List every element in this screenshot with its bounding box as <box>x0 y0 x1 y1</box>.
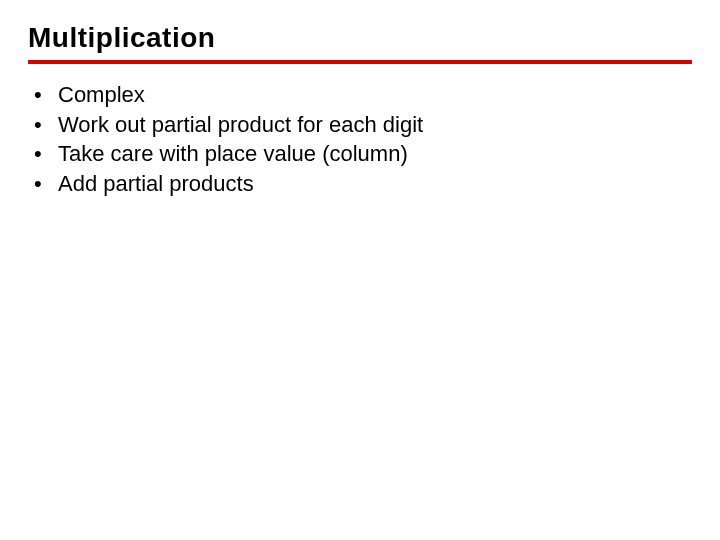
bullet-list: • Complex • Work out partial product for… <box>34 80 692 199</box>
slide: Multiplication • Complex • Work out part… <box>0 0 720 540</box>
slide-title: Multiplication <box>28 22 692 54</box>
bullet-icon: • <box>34 80 58 110</box>
list-item: • Complex <box>34 80 692 110</box>
title-underline <box>28 60 692 64</box>
list-item: • Add partial products <box>34 169 692 199</box>
bullet-icon: • <box>34 110 58 140</box>
list-item-text: Work out partial product for each digit <box>58 110 692 140</box>
list-item: • Work out partial product for each digi… <box>34 110 692 140</box>
list-item: • Take care with place value (column) <box>34 139 692 169</box>
bullet-icon: • <box>34 139 58 169</box>
list-item-text: Take care with place value (column) <box>58 139 692 169</box>
list-item-text: Complex <box>58 80 692 110</box>
list-item-text: Add partial products <box>58 169 692 199</box>
bullet-icon: • <box>34 169 58 199</box>
